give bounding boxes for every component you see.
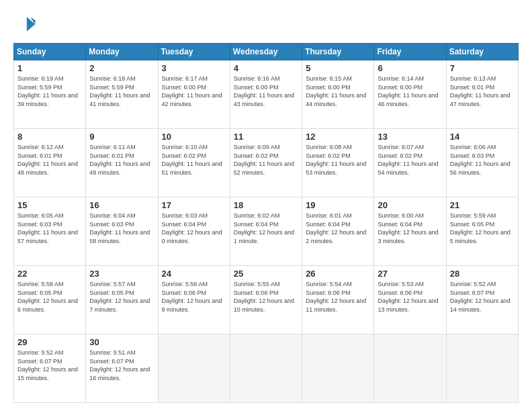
calendar-cell: 19Sunrise: 6:01 AM Sunset: 6:04 PM Dayli… (302, 197, 374, 266)
calendar-cell: 17Sunrise: 6:03 AM Sunset: 6:04 PM Dayli… (158, 197, 230, 266)
day-info: Sunrise: 6:16 AM Sunset: 6:00 PM Dayligh… (234, 75, 298, 108)
day-number: 15 (17, 200, 82, 210)
col-header-saturday: Saturday (446, 44, 518, 60)
calendar-cell: 6Sunrise: 6:14 AM Sunset: 6:00 PM Daylig… (374, 60, 446, 129)
calendar-cell: 3Sunrise: 6:17 AM Sunset: 6:00 PM Daylig… (158, 60, 230, 129)
col-header-tuesday: Tuesday (158, 44, 230, 60)
calendar-week-3: 15Sunrise: 6:05 AM Sunset: 6:03 PM Dayli… (14, 197, 519, 266)
day-number: 28 (450, 269, 515, 279)
day-info: Sunrise: 5:51 AM Sunset: 6:07 PM Dayligh… (89, 349, 154, 382)
logo-icon (13, 12, 38, 36)
svg-marker-0 (27, 17, 36, 32)
day-info: Sunrise: 6:19 AM Sunset: 5:59 PM Dayligh… (17, 75, 82, 108)
day-number: 25 (234, 269, 298, 279)
day-number: 2 (89, 63, 154, 73)
day-number: 14 (450, 132, 515, 142)
calendar-cell: 24Sunrise: 5:56 AM Sunset: 6:06 PM Dayli… (158, 266, 230, 334)
day-info: Sunrise: 6:14 AM Sunset: 6:00 PM Dayligh… (378, 75, 442, 108)
calendar-cell: 15Sunrise: 6:05 AM Sunset: 6:03 PM Dayli… (14, 197, 86, 266)
day-number: 27 (378, 269, 442, 279)
day-info: Sunrise: 5:52 AM Sunset: 6:07 PM Dayligh… (17, 349, 82, 382)
calendar-week-2: 8Sunrise: 6:12 AM Sunset: 6:01 PM Daylig… (14, 129, 519, 197)
calendar-cell: 2Sunrise: 6:18 AM Sunset: 5:59 PM Daylig… (86, 60, 158, 129)
day-info: Sunrise: 6:02 AM Sunset: 6:04 PM Dayligh… (234, 212, 298, 245)
day-info: Sunrise: 5:56 AM Sunset: 6:06 PM Dayligh… (162, 280, 226, 314)
col-header-monday: Monday (86, 44, 158, 60)
day-info: Sunrise: 6:06 AM Sunset: 6:03 PM Dayligh… (450, 143, 515, 177)
col-header-thursday: Thursday (302, 44, 374, 60)
day-number: 13 (378, 132, 442, 142)
day-number: 23 (89, 269, 154, 279)
day-info: Sunrise: 6:04 AM Sunset: 6:03 PM Dayligh… (89, 212, 154, 245)
calendar-cell: 26Sunrise: 5:54 AM Sunset: 6:06 PM Dayli… (302, 266, 374, 334)
calendar-cell: 25Sunrise: 5:55 AM Sunset: 6:06 PM Dayli… (230, 266, 302, 334)
calendar-cell: 11Sunrise: 6:09 AM Sunset: 6:02 PM Dayli… (230, 129, 302, 197)
calendar-cell: 1Sunrise: 6:19 AM Sunset: 5:59 PM Daylig… (14, 60, 86, 129)
col-header-sunday: Sunday (14, 44, 86, 60)
calendar-cell (158, 334, 230, 403)
day-number: 22 (17, 269, 82, 279)
day-info: Sunrise: 6:00 AM Sunset: 6:04 PM Dayligh… (378, 212, 442, 245)
day-number: 1 (17, 63, 82, 73)
calendar-cell (302, 334, 374, 403)
day-number: 11 (234, 132, 298, 142)
day-number: 9 (89, 132, 154, 142)
calendar-cell: 21Sunrise: 5:59 AM Sunset: 6:05 PM Dayli… (446, 197, 518, 266)
col-header-wednesday: Wednesday (230, 44, 302, 60)
day-info: Sunrise: 5:52 AM Sunset: 6:07 PM Dayligh… (450, 280, 515, 314)
calendar-cell (230, 334, 302, 403)
calendar-cell: 29Sunrise: 5:52 AM Sunset: 6:07 PM Dayli… (14, 334, 86, 403)
calendar-week-5: 29Sunrise: 5:52 AM Sunset: 6:07 PM Dayli… (14, 334, 519, 403)
day-number: 6 (378, 63, 442, 73)
calendar-cell: 28Sunrise: 5:52 AM Sunset: 6:07 PM Dayli… (446, 266, 518, 334)
day-info: Sunrise: 6:09 AM Sunset: 6:02 PM Dayligh… (234, 143, 298, 177)
calendar-cell: 30Sunrise: 5:51 AM Sunset: 6:07 PM Dayli… (86, 334, 158, 403)
day-number: 21 (450, 200, 515, 210)
day-info: Sunrise: 6:07 AM Sunset: 6:02 PM Dayligh… (378, 143, 442, 177)
day-number: 24 (162, 269, 226, 279)
day-number: 4 (234, 63, 298, 73)
calendar-table: SundayMondayTuesdayWednesdayThursdayFrid… (13, 43, 519, 403)
day-number: 8 (17, 132, 82, 142)
calendar-week-4: 22Sunrise: 5:58 AM Sunset: 6:05 PM Dayli… (14, 266, 519, 334)
day-number: 12 (306, 132, 370, 142)
day-number: 18 (234, 200, 298, 210)
page: SundayMondayTuesdayWednesdayThursdayFrid… (0, 0, 532, 411)
day-info: Sunrise: 6:18 AM Sunset: 5:59 PM Dayligh… (89, 75, 154, 108)
calendar-cell: 12Sunrise: 6:08 AM Sunset: 6:02 PM Dayli… (302, 129, 374, 197)
day-info: Sunrise: 6:15 AM Sunset: 6:00 PM Dayligh… (306, 75, 370, 108)
day-info: Sunrise: 6:05 AM Sunset: 6:03 PM Dayligh… (17, 212, 82, 245)
day-info: Sunrise: 5:55 AM Sunset: 6:06 PM Dayligh… (234, 280, 298, 314)
calendar-cell: 14Sunrise: 6:06 AM Sunset: 6:03 PM Dayli… (446, 129, 518, 197)
day-number: 29 (17, 337, 82, 347)
col-header-friday: Friday (374, 44, 446, 60)
calendar-week-1: 1Sunrise: 6:19 AM Sunset: 5:59 PM Daylig… (14, 60, 519, 129)
calendar-cell: 18Sunrise: 6:02 AM Sunset: 6:04 PM Dayli… (230, 197, 302, 266)
calendar-cell: 13Sunrise: 6:07 AM Sunset: 6:02 PM Dayli… (374, 129, 446, 197)
calendar-cell: 10Sunrise: 6:10 AM Sunset: 6:02 PM Dayli… (158, 129, 230, 197)
day-number: 30 (89, 337, 154, 347)
day-info: Sunrise: 6:17 AM Sunset: 6:00 PM Dayligh… (162, 75, 226, 108)
day-number: 7 (450, 63, 515, 73)
calendar-cell: 5Sunrise: 6:15 AM Sunset: 6:00 PM Daylig… (302, 60, 374, 129)
day-info: Sunrise: 5:59 AM Sunset: 6:05 PM Dayligh… (450, 212, 515, 245)
calendar-cell: 27Sunrise: 5:53 AM Sunset: 6:06 PM Dayli… (374, 266, 446, 334)
day-number: 17 (162, 200, 226, 210)
logo (13, 12, 42, 36)
day-info: Sunrise: 5:57 AM Sunset: 6:05 PM Dayligh… (89, 280, 154, 314)
day-number: 26 (306, 269, 370, 279)
day-info: Sunrise: 5:54 AM Sunset: 6:06 PM Dayligh… (306, 280, 370, 314)
day-info: Sunrise: 6:11 AM Sunset: 6:01 PM Dayligh… (89, 143, 154, 177)
day-info: Sunrise: 5:58 AM Sunset: 6:05 PM Dayligh… (17, 280, 82, 314)
day-number: 3 (162, 63, 226, 73)
calendar-cell: 4Sunrise: 6:16 AM Sunset: 6:00 PM Daylig… (230, 60, 302, 129)
day-info: Sunrise: 6:10 AM Sunset: 6:02 PM Dayligh… (162, 143, 226, 177)
day-number: 10 (162, 132, 226, 142)
day-info: Sunrise: 6:08 AM Sunset: 6:02 PM Dayligh… (306, 143, 370, 177)
day-info: Sunrise: 6:01 AM Sunset: 6:04 PM Dayligh… (306, 212, 370, 245)
calendar-header-row: SundayMondayTuesdayWednesdayThursdayFrid… (14, 44, 519, 60)
calendar-cell: 8Sunrise: 6:12 AM Sunset: 6:01 PM Daylig… (14, 129, 86, 197)
calendar-cell: 9Sunrise: 6:11 AM Sunset: 6:01 PM Daylig… (86, 129, 158, 197)
day-info: Sunrise: 6:13 AM Sunset: 6:01 PM Dayligh… (450, 75, 515, 108)
day-info: Sunrise: 5:53 AM Sunset: 6:06 PM Dayligh… (378, 280, 442, 314)
